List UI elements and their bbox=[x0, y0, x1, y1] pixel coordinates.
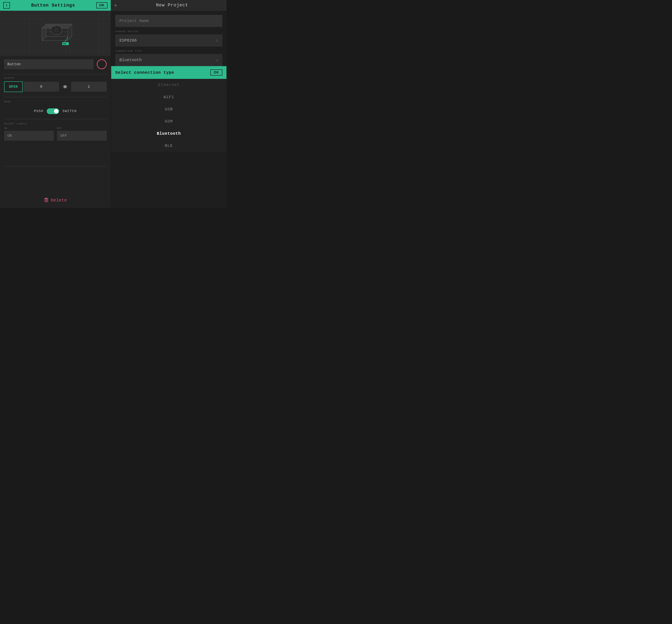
mode-row: PUSH SWITCH bbox=[4, 105, 107, 118]
right-content: CHOOSE DEVICE ESP8266 ↓ CONNECTION TYPE … bbox=[111, 11, 226, 66]
color-picker[interactable] bbox=[97, 59, 107, 69]
divider-mode bbox=[4, 97, 107, 97]
conn-item-bluetooth[interactable]: Bluetooth bbox=[111, 128, 226, 140]
on-input[interactable] bbox=[4, 131, 54, 141]
connection-options-list: Ethernet WiFi USB GSM Bluetooth BLE bbox=[111, 79, 226, 152]
delete-label: Delete bbox=[51, 198, 67, 203]
output-val-0: 0 bbox=[24, 82, 59, 92]
project-name-input[interactable] bbox=[115, 15, 222, 27]
on-col: ON bbox=[4, 127, 54, 141]
push-label: PUSH bbox=[34, 109, 44, 113]
connection-value: Bluetooth bbox=[119, 58, 142, 62]
left-content: OUTPUT GP26 0 1 MODE PUSH SWITCH bbox=[0, 56, 111, 208]
conn-item-ethernet[interactable]: Ethernet bbox=[111, 79, 226, 91]
output-label: OUTPUT bbox=[4, 77, 107, 79]
off-sublabel: OFF bbox=[57, 127, 107, 130]
mode-section: MODE PUSH SWITCH bbox=[4, 100, 107, 118]
on-off-section: ON/OFF LABELS ON OFF bbox=[4, 122, 107, 141]
delete-icon bbox=[44, 198, 49, 203]
close-button[interactable]: × bbox=[114, 3, 117, 7]
connection-type-label: CONNECTION TYPE bbox=[115, 50, 222, 52]
select-connection-label: Select connection type bbox=[115, 70, 174, 75]
svg-text:PIN: PIN bbox=[63, 43, 66, 45]
switch-label: SWITCH bbox=[62, 109, 77, 113]
on-off-labels-row: ON OFF bbox=[4, 127, 107, 141]
connection-dropdown-arrow: ↓ bbox=[216, 58, 218, 62]
ok-button-left[interactable]: OK bbox=[96, 2, 107, 8]
svg-rect-19 bbox=[46, 198, 47, 199]
output-slider[interactable] bbox=[60, 85, 70, 89]
svg-text:BUTTON: BUTTON bbox=[48, 25, 56, 27]
conn-item-ble[interactable]: BLE bbox=[111, 140, 226, 152]
left-panel-title: Button Settings bbox=[31, 3, 75, 8]
output-val-1: 1 bbox=[71, 82, 107, 92]
mode-toggle[interactable] bbox=[47, 108, 59, 114]
right-header: × New Project bbox=[111, 0, 226, 11]
select-connection-bar: Select connection type OK bbox=[111, 66, 226, 79]
off-input[interactable] bbox=[57, 131, 107, 141]
divider-delete bbox=[4, 166, 107, 166]
button-hardware-svg: BUTTON PIN bbox=[36, 18, 75, 49]
mode-label: MODE bbox=[4, 101, 107, 103]
on-sublabel: ON bbox=[4, 127, 54, 130]
left-panel: i Button Settings OK BUTTON bbox=[0, 0, 111, 208]
right-panel-title: New Project bbox=[121, 3, 223, 8]
device-dropdown[interactable]: ESP8266 ↓ bbox=[115, 34, 222, 47]
connection-dropdown[interactable]: Bluetooth ↓ bbox=[115, 54, 222, 66]
ok-button-connection[interactable]: OK bbox=[210, 70, 222, 76]
svg-marker-0 bbox=[42, 36, 72, 41]
delete-row[interactable]: Delete bbox=[4, 193, 107, 205]
conn-item-usb[interactable]: USB bbox=[111, 103, 226, 115]
gp-box[interactable]: GP26 bbox=[4, 81, 23, 92]
right-panel: × New Project CHOOSE DEVICE ESP8266 ↓ CO… bbox=[111, 0, 226, 208]
device-dropdown-arrow: ↓ bbox=[216, 38, 218, 43]
device-value: ESP8266 bbox=[119, 38, 137, 43]
conn-item-gsm[interactable]: GSM bbox=[111, 115, 226, 128]
svg-point-7 bbox=[54, 28, 59, 32]
button-illustration-area: BUTTON PIN bbox=[0, 11, 111, 56]
left-header: i Button Settings OK bbox=[0, 0, 111, 11]
output-row: GP26 0 1 bbox=[4, 81, 107, 92]
choose-device-label: CHOOSE DEVICE bbox=[115, 30, 222, 33]
on-off-section-label: ON/OFF LABELS bbox=[4, 123, 107, 125]
name-input[interactable] bbox=[4, 59, 93, 69]
off-col: OFF bbox=[57, 127, 107, 141]
name-row bbox=[4, 59, 107, 69]
conn-item-wifi[interactable]: WiFi bbox=[111, 91, 226, 103]
toggle-thumb bbox=[54, 109, 58, 113]
info-button[interactable]: i bbox=[3, 2, 10, 9]
